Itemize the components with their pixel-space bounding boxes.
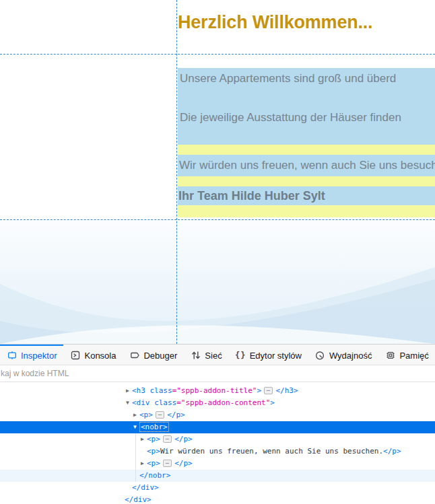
gauge-icon [315,351,325,361]
page-background-waves [0,220,435,344]
devtools-panel: InspektorKonsolaDebugerSieć{}Edytor styl… [0,344,435,504]
signature-line: Ihr Team Hilde Huber Sylt [178,189,434,203]
network-arrows-icon [191,351,201,361]
tab-label: Inspektor [21,351,57,361]
devtools-tabbar: InspektorKonsolaDebugerSieć{}Edytor styl… [0,344,435,365]
markup-tag: </div> [132,483,159,492]
tab-memory[interactable]: Pamięć [378,345,435,365]
tab-label: Pamięć [399,351,428,361]
tree-row[interactable]: ▼<div class="sppb-addon-content"> [0,397,435,409]
markup-val: ="sppb-addon-title" [172,386,257,395]
markup-tag: <p> [139,410,153,419]
markup-tag: > [257,386,261,395]
markup-tag: </nobr> [139,471,170,480]
inspector-icon [7,351,17,361]
markup-tree[interactable]: <div class="sppb-addon"> ▶<h3 class="spp… [0,382,435,504]
markup-tag: > [270,398,275,407]
tab-inspector[interactable]: Inspektor [0,345,63,365]
chevron-down-icon[interactable]: ▼ [124,397,131,409]
markup-seltag: <nobr> [139,422,169,432]
markup-val: ="sppb-addon" [176,382,234,383]
horizontal-guide-line [0,54,435,55]
markup-attr: class [150,386,172,395]
paragraph-3: Wir würden uns freuen, wenn auch Sie uns… [179,159,435,172]
markup-tag: </p> [174,459,193,468]
chevron-right-icon[interactable]: ▶ [131,409,139,421]
vertical-guide-line [176,0,177,344]
tree-row[interactable]: ▶<p>⋯</p> [0,433,435,445]
tab-label: Wydajność [329,351,372,361]
markup-tag: <p> [147,435,160,443]
markup-tag: </p> [174,435,193,443]
paragraph-1: Unsere Appartements sind groß und überd [180,72,435,85]
tab-label: Edytor stylów [250,351,302,361]
markup-attr: class [154,398,176,407]
tab-console[interactable]: Konsola [63,345,123,365]
markup-text: Wir würden uns freuen, wenn auch Sie uns… [160,447,383,456]
console-icon [70,351,80,361]
tab-styleeditor[interactable]: {}Edytor stylów [229,345,308,365]
search-placeholder: kaj w kodzie HTML [1,369,69,378]
markup-tag: </p> [167,410,185,419]
screenshot-root: Herzlich Willkommen... Unsere Appartemen… [0,0,435,504]
chevron-down-icon[interactable]: ▼ [131,421,139,433]
search-html-input[interactable]: kaj w kodzie HTML [0,365,435,382]
markup-tag: <h3 [132,386,150,395]
tree-row[interactable]: ▶<p>⋯</p> [0,409,435,421]
page-viewport: Herzlich Willkommen... Unsere Appartemen… [0,0,435,344]
markup-tag: </h3> [275,386,298,395]
markup-val: ="sppb-addon-content" [176,398,270,407]
markup-tag: <div [132,398,154,407]
tab-label: Konsola [84,351,116,361]
markup-attr: class [154,382,176,383]
padding-highlight-strip [178,145,435,155]
markup-tag: </p> [383,447,401,456]
markup-tag: <p> [147,447,160,456]
collapsed-content-badge[interactable]: ⋯ [163,435,172,443]
markup-tag: <p> [147,459,160,468]
page-title: Herzlich Willkommen... [178,12,435,33]
braces-icon: {} [236,351,246,361]
collapsed-content-badge[interactable]: ⋯ [264,387,273,394]
tab-debugger[interactable]: Debuger [123,345,184,365]
tree-row[interactable]: </div> [0,494,435,504]
debugger-icon [129,351,139,361]
tab-label: Debuger [143,351,177,361]
indent-guide-line [135,433,136,482]
tab-network[interactable]: Sieć [184,345,228,365]
padding-highlight-strip [178,176,435,186]
markup-tag: </div> [125,495,152,504]
tree-row[interactable]: </div> [0,482,435,494]
memory-chip-icon [385,351,395,361]
markup-tag: <div [132,382,154,383]
tree-row-selected[interactable]: ▼<nobr> [0,421,435,433]
tab-label: Sieć [205,351,222,361]
tree-row[interactable]: <p>Wir würden uns freuen, wenn auch Sie … [0,445,435,458]
horizontal-guide-line [0,219,435,220]
tree-row[interactable]: ▶<p>⋯</p> [0,458,435,470]
paragraph-2: Die jeweilige Ausstattung der Häuser fin… [180,111,435,124]
markup-tag: > [234,382,239,383]
collapsed-content-badge[interactable]: ⋯ [156,411,164,419]
collapsed-content-badge[interactable]: ⋯ [163,460,172,467]
tree-row[interactable]: ▶<h3 class="sppb-addon-title">⋯</h3> [0,385,435,397]
chevron-right-icon[interactable]: ▶ [139,458,146,470]
padding-highlight-strip [178,205,435,217]
chevron-right-icon[interactable]: ▶ [124,385,131,397]
tree-row[interactable]: </nobr> [0,470,435,482]
tab-performance[interactable]: Wydajność [308,345,378,365]
chevron-right-icon[interactable]: ▶ [139,433,146,445]
